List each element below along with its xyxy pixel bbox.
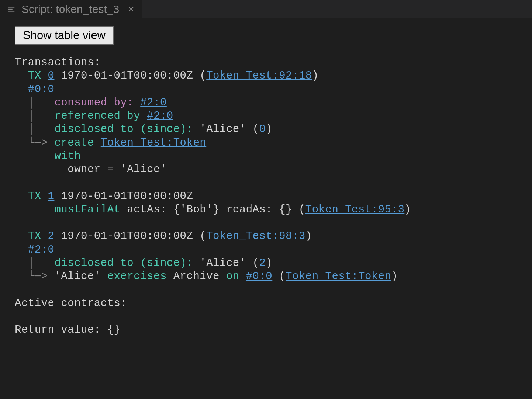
exercise-close: ) bbox=[391, 270, 398, 282]
disclosed-since-link[interactable]: 2 bbox=[259, 257, 266, 269]
transaction-output: Transactions: TX 0 1970-01-01T00:00:00Z … bbox=[15, 56, 517, 337]
referenced-by-label: referenced by bbox=[54, 110, 147, 122]
section-active-contracts: Active contracts: bbox=[15, 297, 127, 309]
exercise-party: 'Alice' bbox=[54, 270, 107, 282]
tree-line bbox=[28, 150, 55, 162]
close-icon[interactable]: × bbox=[128, 3, 134, 15]
toolbar: Show table view bbox=[15, 26, 517, 45]
on-label: on bbox=[226, 270, 246, 282]
tx0-close: ) bbox=[312, 70, 319, 82]
exercise-template-link[interactable]: Token_Test:Token bbox=[286, 270, 391, 282]
tx2-node-id: #2:0 bbox=[28, 244, 55, 256]
disclosed-since-link[interactable]: 0 bbox=[259, 123, 266, 135]
tree-line: │ bbox=[28, 97, 55, 109]
tx-label: TX bbox=[28, 230, 41, 242]
disclosed-close: ) bbox=[266, 257, 272, 269]
disclosed-party: 'Alice' ( bbox=[200, 123, 259, 135]
section-return-value: Return value: {} bbox=[15, 324, 120, 336]
tx0-timestamp: 1970-01-01T00:00:00Z ( bbox=[54, 70, 206, 82]
tx0-id-link[interactable]: 0 bbox=[48, 70, 55, 82]
tx1-close: ) bbox=[404, 204, 411, 216]
show-table-view-button[interactable]: Show table view bbox=[15, 26, 114, 45]
tx2-id-link[interactable]: 2 bbox=[48, 230, 55, 242]
exercise-open: ( bbox=[272, 270, 286, 282]
tab-bar: Script: token_test_3 × bbox=[0, 0, 532, 18]
tx2-timestamp: 1970-01-01T00:00:00Z ( bbox=[54, 230, 206, 242]
tx1-source-link[interactable]: Token_Test:95:3 bbox=[305, 204, 405, 216]
disclosed-to-label: disclosed to (since): bbox=[54, 123, 200, 135]
tx1-timestamp: 1970-01-01T00:00:00Z bbox=[54, 190, 193, 202]
consumed-by-link[interactable]: #2:0 bbox=[140, 97, 167, 109]
disclosed-to-label: disclosed to (since): bbox=[54, 257, 200, 269]
exercise-choice: Archive bbox=[173, 270, 226, 282]
actas-text: actAs: {'Bob'} readAs: {} ( bbox=[127, 204, 305, 216]
tab-script-results[interactable]: Script: token_test_3 × bbox=[0, 0, 142, 18]
content-area: Show table view Transactions: TX 0 1970-… bbox=[0, 18, 532, 344]
tx0-node-id: #0:0 bbox=[28, 83, 55, 96]
create-label: create bbox=[54, 137, 100, 149]
create-field: owner = 'Alice' bbox=[54, 163, 166, 176]
tree-line: │ bbox=[28, 123, 55, 135]
disclosed-close: ) bbox=[266, 123, 272, 135]
tx-label: TX bbox=[28, 70, 41, 82]
tx2-close: ) bbox=[305, 230, 312, 242]
referenced-by-link[interactable]: #2:0 bbox=[147, 110, 173, 122]
exercise-target-link[interactable]: #0:0 bbox=[246, 270, 273, 282]
tree-line: └─> bbox=[28, 270, 55, 282]
tree-line: └─> bbox=[28, 137, 55, 149]
menu-icon bbox=[7, 5, 15, 13]
tree-line bbox=[28, 204, 55, 216]
section-transactions: Transactions: bbox=[15, 56, 101, 69]
tx0-source-link[interactable]: Token_Test:92:18 bbox=[206, 70, 312, 82]
exercises-label: exercises bbox=[107, 270, 173, 282]
create-template-link[interactable]: Token_Test:Token bbox=[101, 137, 206, 149]
tx2-source-link[interactable]: Token_Test:98:3 bbox=[206, 230, 305, 242]
tree-line: │ bbox=[28, 110, 55, 122]
consumed-by-label: consumed by: bbox=[54, 97, 140, 109]
disclosed-party: 'Alice' ( bbox=[200, 257, 259, 269]
tx1-id-link[interactable]: 1 bbox=[48, 190, 55, 202]
with-label: with bbox=[54, 150, 81, 162]
tree-line: │ bbox=[28, 257, 55, 269]
mustfail-label: mustFailAt bbox=[54, 204, 127, 216]
tx-label: TX bbox=[28, 190, 41, 202]
tab-title: Script: token_test_3 bbox=[21, 3, 119, 15]
tree-line bbox=[28, 163, 55, 176]
